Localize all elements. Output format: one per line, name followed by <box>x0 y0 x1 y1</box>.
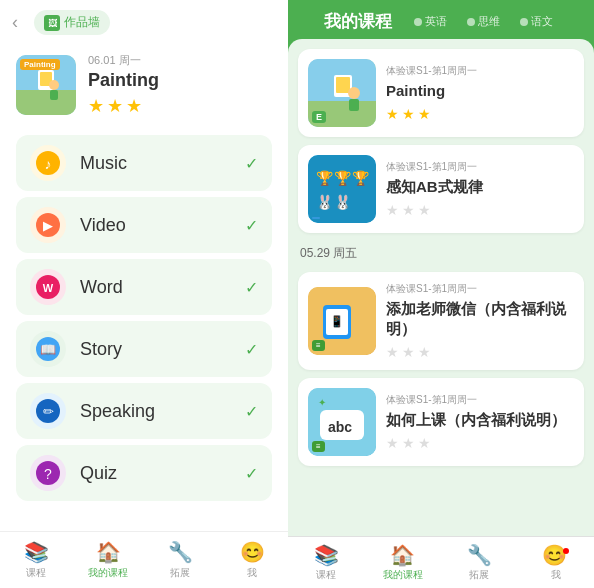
right-title-row: 我的课程 英语 思维 语文 <box>300 10 582 39</box>
svg-text:📖: 📖 <box>40 341 57 358</box>
nav-profile[interactable]: 😊 我 <box>216 540 288 580</box>
featured-date: 06.01 周一 <box>88 53 272 68</box>
pattern-subtitle: 体验课S1-第1周周一 <box>386 160 574 174</box>
featured-stars: ★ ★ ★ <box>88 95 272 117</box>
howto-thumb: abc ✦ ≡ <box>308 388 376 456</box>
svg-rect-24 <box>308 155 376 223</box>
rnav-my-course-label: 我的课程 <box>383 568 423 582</box>
course-card-howto[interactable]: abc ✦ ≡ 体验课S1-第1周周一 如何上课（内含福利说明） ★ ★ ★ <box>298 378 584 466</box>
painting-subtitle: 体验课S1-第1周周一 <box>386 64 574 78</box>
date-separator: 05.29 周五 <box>298 241 584 264</box>
wechat-badge: ≡ <box>312 340 325 351</box>
quiz-check: ✓ <box>245 464 258 483</box>
chinese-tab-label: 语文 <box>531 14 553 29</box>
pt-star-2: ★ <box>402 202 415 218</box>
painting-label: Painting <box>20 59 60 70</box>
left-bottom-nav: 📚 课程 🏠 我的课程 🔧 拓展 😊 我 <box>0 531 288 588</box>
pattern-thumb: 🏆 🏆 🏆 🐰 🐰 <box>308 155 376 223</box>
menu-item-music[interactable]: ♪ Music ✓ <box>16 135 272 191</box>
svg-text:✏: ✏ <box>43 404 54 419</box>
pattern-title: 感知AB式规律 <box>386 177 574 197</box>
star-3: ★ <box>126 95 142 117</box>
profile-nav-icon: 😊 <box>240 540 265 564</box>
rnav-expand[interactable]: 🔧 拓展 <box>441 543 518 582</box>
rnav-my-course[interactable]: 🏠 我的课程 <box>365 543 442 582</box>
featured-info: 06.01 周一 Painting ★ ★ ★ <box>88 53 272 117</box>
rnav-profile-icon: 😊 <box>542 543 569 567</box>
portfolio-icon: 🖼 <box>44 15 60 31</box>
expand-nav-icon: 🔧 <box>168 540 193 564</box>
painting-stars: ★ ★ ★ <box>386 106 574 122</box>
wechat-stars: ★ ★ ★ <box>386 344 574 360</box>
svg-text:🏆: 🏆 <box>316 170 334 187</box>
ht-star-1: ★ <box>386 435 399 451</box>
portfolio-button[interactable]: 🖼 作品墙 <box>34 10 110 35</box>
nav-course[interactable]: 📚 课程 <box>0 540 72 580</box>
menu-item-story[interactable]: 📖 Story ✓ <box>16 321 272 377</box>
quiz-label: Quiz <box>80 463 231 484</box>
svg-text:🏆: 🏆 <box>352 170 370 187</box>
svg-text:🏆: 🏆 <box>334 170 352 187</box>
nav-my-course[interactable]: 🏠 我的课程 <box>72 540 144 580</box>
svg-text:✦: ✦ <box>318 397 326 408</box>
left-panel: ‹ 🖼 作品墙 Painting 06.01 周一 Painting <box>0 0 288 588</box>
left-header: ‹ 🖼 作品墙 <box>0 0 288 43</box>
menu-list: ♪ Music ✓ ▶ Video ✓ W Word <box>0 127 288 531</box>
rnav-profile[interactable]: 😊 我 <box>518 543 595 582</box>
music-icon: ♪ <box>30 145 66 181</box>
quiz-icon: ? <box>30 455 66 491</box>
menu-item-speaking[interactable]: ✏ Speaking ✓ <box>16 383 272 439</box>
tab-thinking[interactable]: 思维 <box>461 12 506 31</box>
pattern-info: 体验课S1-第1周周一 感知AB式规律 ★ ★ ★ <box>386 160 574 219</box>
featured-course-card[interactable]: Painting 06.01 周一 Painting ★ ★ ★ <box>0 43 288 127</box>
star-2: ★ <box>107 95 123 117</box>
course-card-pattern[interactable]: 🏆 🏆 🏆 🐰 🐰 体验课S1-第1周周一 感知AB式规律 ★ ★ ★ <box>298 145 584 233</box>
howto-title: 如何上课（内含福利说明） <box>386 410 574 430</box>
profile-badge-dot <box>563 548 569 554</box>
speaking-label: Speaking <box>80 401 231 422</box>
svg-point-22 <box>348 87 360 99</box>
rnav-course[interactable]: 📚 课程 <box>288 543 365 582</box>
svg-text:?: ? <box>44 466 52 482</box>
p-star-3: ★ <box>418 106 431 122</box>
english-tab-label: 英语 <box>425 14 447 29</box>
right-content: E 体验课S1-第1周周一 Painting ★ ★ ★ 🏆 🏆 <box>288 39 594 588</box>
painting-info: 体验课S1-第1周周一 Painting ★ ★ ★ <box>386 64 574 123</box>
tab-chinese[interactable]: 语文 <box>514 12 559 31</box>
video-check: ✓ <box>245 216 258 235</box>
speaking-check: ✓ <box>245 402 258 421</box>
svg-text:abc: abc <box>328 419 352 435</box>
painting-thumb: E <box>308 59 376 127</box>
pattern-stars: ★ ★ ★ <box>386 202 574 218</box>
svg-rect-1 <box>16 90 76 115</box>
menu-item-quiz[interactable]: ? Quiz ✓ <box>16 445 272 501</box>
svg-text:W: W <box>43 282 54 294</box>
svg-text:📱: 📱 <box>330 314 344 328</box>
video-label: Video <box>80 215 231 236</box>
rnav-course-icon: 📚 <box>314 543 339 567</box>
right-header: 我的课程 英语 思维 语文 <box>288 0 594 39</box>
wechat-title: 添加老师微信（内含福利说明） <box>386 299 574 338</box>
p-star-2: ★ <box>402 106 415 122</box>
pt-star-1: ★ <box>386 202 399 218</box>
right-panel: 我的课程 英语 思维 语文 <box>288 0 594 588</box>
wechat-thumb: 📱 ≡ <box>308 287 376 355</box>
rnav-my-course-icon: 🏠 <box>390 543 415 567</box>
p-star-1: ★ <box>386 106 399 122</box>
course-card-wechat[interactable]: 📱 ≡ 体验课S1-第1周周一 添加老师微信（内含福利说明） ★ ★ ★ <box>298 272 584 370</box>
painting-title: Painting <box>386 81 574 101</box>
course-card-painting[interactable]: E 体验课S1-第1周周一 Painting ★ ★ ★ <box>298 49 584 137</box>
wechat-info: 体验课S1-第1周周一 添加老师微信（内含福利说明） ★ ★ ★ <box>386 282 574 360</box>
tab-english[interactable]: 英语 <box>408 12 453 31</box>
nav-expand[interactable]: 🔧 拓展 <box>144 540 216 580</box>
svg-rect-5 <box>50 90 58 100</box>
expand-nav-label: 拓展 <box>170 566 190 580</box>
menu-item-video[interactable]: ▶ Video ✓ <box>16 197 272 253</box>
back-button[interactable]: ‹ <box>12 12 18 33</box>
music-label: Music <box>80 153 231 174</box>
star-1: ★ <box>88 95 104 117</box>
story-check: ✓ <box>245 340 258 359</box>
menu-item-word[interactable]: W Word ✓ <box>16 259 272 315</box>
pt-star-3: ★ <box>418 202 431 218</box>
wc-star-1: ★ <box>386 344 399 360</box>
